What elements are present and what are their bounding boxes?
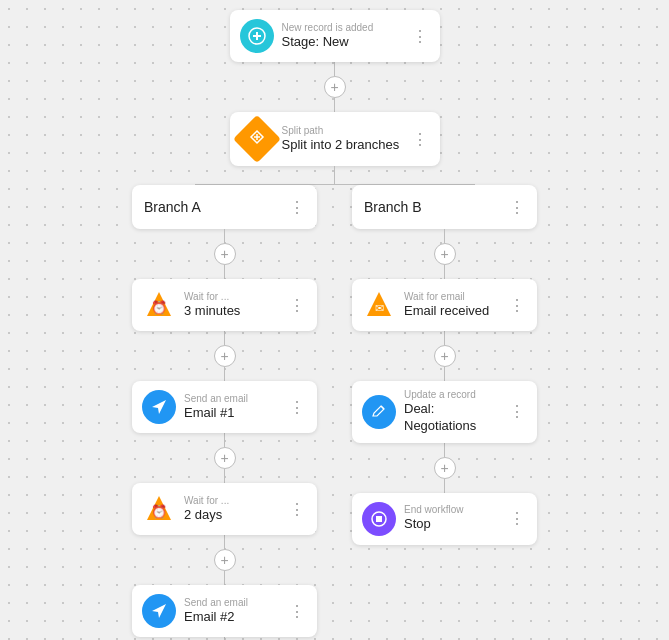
branch-a-add-3[interactable]: +	[214, 447, 236, 469]
branch-a-wait-2: ⏰ Wait for ... 2 days ⋮	[132, 483, 317, 535]
branch-b-title: Branch B	[364, 199, 422, 215]
branch-a-add-4[interactable]: +	[214, 549, 236, 571]
branch-b-add-1[interactable]: +	[434, 243, 456, 265]
plus-connector-1: +	[324, 62, 346, 112]
split-path-label: Split path	[282, 125, 410, 137]
branch-b-add-3[interactable]: +	[434, 457, 456, 479]
send-icon-1	[142, 390, 176, 424]
split-icon-glyph	[249, 129, 265, 149]
email-wait-title: Email received	[404, 303, 507, 320]
branch-a-add-1[interactable]: +	[214, 243, 236, 265]
branch-a-menu[interactable]: ⋮	[289, 198, 305, 217]
edit-icon	[362, 395, 396, 429]
trigger-menu[interactable]: ⋮	[410, 27, 430, 46]
svg-text:✉: ✉	[375, 302, 384, 314]
trigger-text: New record is added Stage: New	[282, 22, 410, 51]
svg-text:⏰: ⏰	[151, 503, 168, 520]
wait-2-title: 2 days	[184, 507, 287, 524]
update-label: Update a record	[404, 389, 507, 401]
split-path-card: Split path Split into 2 branches ⋮	[230, 112, 440, 166]
branch-a-add-2[interactable]: +	[214, 345, 236, 367]
trigger-icon	[240, 19, 274, 53]
send-1-menu[interactable]: ⋮	[287, 398, 307, 417]
send-1-title: Email #1	[184, 405, 287, 422]
branch-b-header: Branch B ⋮	[352, 185, 537, 229]
branch-b-add-2[interactable]: +	[434, 345, 456, 367]
clock-icon-2: ⏰	[142, 492, 176, 526]
svg-rect-15	[376, 516, 382, 522]
wait-2-menu[interactable]: ⋮	[287, 500, 307, 519]
branch-b-column: Branch B ⋮ + ✉ Wait for email Email rece…	[345, 185, 545, 545]
line	[334, 98, 335, 112]
split-path-text: Split path Split into 2 branches	[282, 125, 410, 154]
branch-a-plus-1: +	[214, 229, 236, 279]
branch-a-title: Branch A	[144, 199, 201, 215]
branch-a-header: Branch A ⋮	[132, 185, 317, 229]
wait-1-menu[interactable]: ⋮	[287, 296, 307, 315]
workflow-canvas: New record is added Stage: New ⋮ +	[0, 0, 669, 640]
stop-b-menu[interactable]: ⋮	[507, 509, 527, 528]
trigger-card: New record is added Stage: New ⋮	[230, 10, 440, 62]
split-path-menu[interactable]: ⋮	[410, 130, 430, 149]
split-v-line	[334, 166, 335, 184]
branch-a-column: Branch A ⋮ + ⏰ Wait for ... 3 minutes ⋮	[125, 185, 325, 640]
svg-text:⏰: ⏰	[151, 299, 168, 316]
trigger-label: New record is added	[282, 22, 410, 34]
wait-1-label: Wait for ...	[184, 291, 287, 303]
wait-2-label: Wait for ...	[184, 495, 287, 507]
clock-icon-1: ⏰	[142, 288, 176, 322]
trigger-title: Stage: New	[282, 34, 410, 51]
email-wait-label: Wait for email	[404, 291, 507, 303]
branch-b-stop: End workflow Stop ⋮	[352, 493, 537, 545]
branches-container: Branch A ⋮ + ⏰ Wait for ... 3 minutes ⋮	[125, 185, 545, 640]
stop-icon-b	[362, 502, 396, 536]
send-2-menu[interactable]: ⋮	[287, 602, 307, 621]
email-wait-menu[interactable]: ⋮	[507, 296, 527, 315]
wait-1-title: 3 minutes	[184, 303, 287, 320]
branch-a-send-2: Send an email Email #2 ⋮	[132, 585, 317, 637]
branch-a-send-1: Send an email Email #1 ⋮	[132, 381, 317, 433]
email-wait-icon: ✉	[362, 288, 396, 322]
update-title: Deal: Negotiations	[404, 401, 507, 435]
send-2-title: Email #2	[184, 609, 287, 626]
update-menu[interactable]: ⋮	[507, 402, 527, 421]
branch-split-container	[125, 166, 545, 185]
send-2-label: Send an email	[184, 597, 287, 609]
stop-b-label: End workflow	[404, 504, 507, 516]
svg-line-13	[381, 406, 384, 409]
split-path-icon	[232, 115, 280, 163]
branch-b-wait-email: ✉ Wait for email Email received ⋮	[352, 279, 537, 331]
line	[334, 62, 335, 76]
send-icon-2	[142, 594, 176, 628]
branch-a-wait-1: ⏰ Wait for ... 3 minutes ⋮	[132, 279, 317, 331]
send-1-label: Send an email	[184, 393, 287, 405]
add-step-button[interactable]: +	[324, 76, 346, 98]
stop-b-title: Stop	[404, 516, 507, 533]
branch-b-menu[interactable]: ⋮	[509, 198, 525, 217]
branch-b-update: Update a record Deal: Negotiations ⋮	[352, 381, 537, 443]
split-path-title: Split into 2 branches	[282, 137, 410, 154]
